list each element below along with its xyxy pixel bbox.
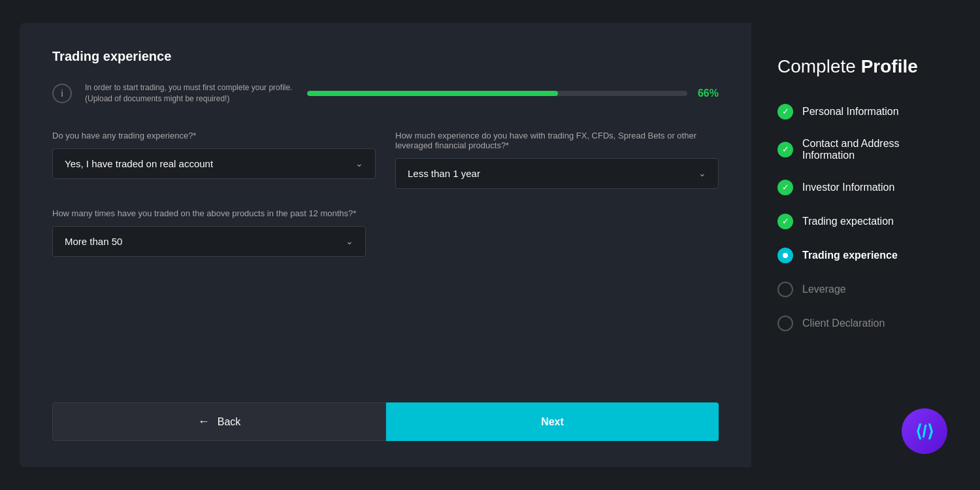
field3-select[interactable]: More than 50 ⌄ [52, 226, 366, 257]
page-title: Trading experience [52, 49, 719, 64]
progress-percent: 66% [698, 88, 719, 99]
button-row: ← Back Next [52, 402, 719, 441]
field2-select[interactable]: Less than 1 year ⌄ [395, 158, 719, 189]
trading-experience-status-icon [777, 248, 793, 263]
progress-bar-track [307, 91, 687, 96]
field3-value: More than 50 [65, 236, 122, 247]
check-icon: ✓ [782, 106, 789, 116]
trading-expectation-status-icon: ✓ [777, 214, 793, 229]
field1-label: Do you have any trading experience?* [52, 131, 376, 140]
sidebar-title-bold: Profile [861, 56, 918, 76]
form-section: Do you have any trading experience?* Yes… [52, 131, 719, 402]
main-content-area: Trading experience i In order to start t… [20, 23, 751, 467]
form-group-fx-experience: How much experience do you have with tra… [395, 131, 719, 189]
info-icon: i [52, 84, 72, 103]
sidebar-title-normal: Complete [777, 56, 861, 76]
logo-badge: ⟨/⟩ [902, 408, 947, 454]
progress-section: i In order to start trading, you must fi… [52, 82, 719, 105]
sidebar-item-personal-information-label: Personal Information [802, 106, 899, 118]
check-icon: ✓ [782, 182, 789, 192]
sidebar-item-trading-expectation-label: Trading expectation [802, 216, 894, 227]
active-dot [783, 253, 788, 258]
back-button-label: Back [218, 416, 241, 428]
leverage-status-icon [777, 282, 793, 297]
form-row-2: How many times have you traded on the ab… [52, 208, 719, 257]
next-button-label: Next [541, 416, 564, 427]
progress-bar-fill [307, 91, 558, 96]
field1-chevron-icon: ⌄ [355, 158, 363, 169]
sidebar-item-contact-address[interactable]: ✓ Contact and Address Information [777, 138, 934, 161]
back-button[interactable]: ← Back [52, 402, 386, 441]
check-icon: ✓ [782, 216, 789, 226]
client-declaration-status-icon [777, 316, 793, 331]
personal-information-status-icon: ✓ [777, 104, 793, 120]
form-row-1: Do you have any trading experience?* Yes… [52, 131, 719, 189]
check-icon: ✓ [782, 144, 789, 154]
field3-label: How many times have you traded on the ab… [52, 208, 366, 218]
back-arrow-icon: ← [198, 415, 210, 429]
sidebar-item-client-declaration-label: Client Declaration [802, 318, 885, 329]
form-group-trades-count: How many times have you traded on the ab… [52, 208, 366, 257]
progress-info-text: In order to start trading, you must firs… [85, 82, 294, 105]
next-button[interactable]: Next [386, 402, 719, 441]
sidebar-item-investor-information[interactable]: ✓ Investor Information [777, 180, 934, 195]
sidebar-item-trading-expectation[interactable]: ✓ Trading expectation [777, 214, 934, 229]
field2-chevron-icon: ⌄ [698, 168, 706, 178]
sidebar-item-leverage-label: Leverage [802, 284, 846, 295]
contact-address-status-icon: ✓ [777, 142, 793, 157]
field2-label: How much experience do you have with tra… [395, 131, 719, 150]
sidebar-item-client-declaration[interactable]: Client Declaration [777, 316, 934, 331]
field2-value: Less than 1 year [408, 168, 480, 179]
investor-information-status-icon: ✓ [777, 180, 793, 195]
form-group-trading-experience: Do you have any trading experience?* Yes… [52, 131, 376, 189]
main-container: Trading experience i In order to start t… [20, 23, 960, 467]
field1-value: Yes, I have traded on real account [65, 158, 213, 169]
sidebar-item-trading-experience[interactable]: Trading experience [777, 248, 934, 263]
sidebar-item-personal-information[interactable]: ✓ Personal Information [777, 104, 934, 120]
field3-chevron-icon: ⌄ [346, 236, 353, 246]
sidebar-item-leverage[interactable]: Leverage [777, 282, 934, 297]
sidebar-title: Complete Profile [777, 56, 934, 78]
sidebar: Complete Profile ✓ Personal Information … [751, 23, 960, 467]
sidebar-item-trading-experience-label: Trading experience [802, 250, 898, 261]
progress-bar-container: 66% [307, 88, 719, 99]
logo-icon: ⟨/⟩ [915, 421, 933, 442]
field1-select[interactable]: Yes, I have traded on real account ⌄ [52, 148, 376, 179]
sidebar-item-investor-information-label: Investor Information [802, 182, 894, 193]
sidebar-item-contact-address-label: Contact and Address Information [802, 138, 934, 161]
